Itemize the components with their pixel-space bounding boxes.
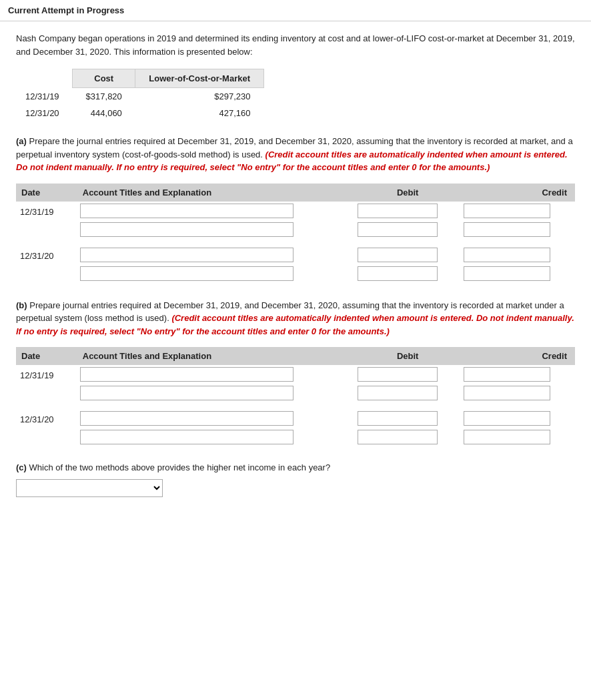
debit-cell-b2: [355, 384, 461, 402]
debit-input-a4[interactable]: [358, 266, 438, 281]
account-input-a1[interactable]: [80, 204, 293, 218]
cost-cell: 444,060: [73, 105, 135, 121]
table-row: 12/31/20 444,060 427,160: [23, 105, 264, 121]
col-header-account-a: Account Titles and Explanation: [77, 184, 355, 202]
lcm-header: Lower-of-Cost-or-Market: [135, 69, 264, 88]
date-cell-b3: 12/31/20: [16, 409, 77, 428]
debit-input-b2[interactable]: [358, 386, 438, 400]
table-row: [16, 384, 575, 402]
debit-cell-a1: [355, 202, 461, 220]
data-table: Cost Lower-of-Cost-or-Market 12/31/19 $3…: [23, 69, 264, 121]
credit-cell-b4: [461, 428, 575, 446]
date-cell-b2: [16, 384, 77, 402]
journal-table-b: Date Account Titles and Explanation Debi…: [16, 347, 575, 446]
table-row: 12/31/19: [16, 365, 575, 384]
account-cell-b1: [77, 365, 355, 384]
col-header-credit-a: Credit: [461, 184, 575, 202]
col-header-debit-b: Debit: [355, 347, 461, 365]
debit-input-a3[interactable]: [358, 248, 438, 262]
account-cell-a3: [77, 246, 355, 264]
debit-cell-b1: [355, 365, 461, 384]
debit-input-a2[interactable]: [358, 222, 438, 237]
lcm-cell: 427,160: [135, 105, 264, 121]
spacer-row: [16, 402, 575, 409]
page-header: Current Attempt in Progress: [0, 0, 591, 21]
section-c: (c) Which of the two methods above provi…: [16, 462, 575, 497]
account-input-b3[interactable]: [80, 411, 293, 426]
table-row: [16, 264, 575, 283]
credit-input-a3[interactable]: [464, 248, 550, 262]
col-header-credit-b: Credit: [461, 347, 575, 365]
section-b-desc: (b) Prepare journal entries required at …: [16, 299, 575, 338]
debit-cell-a2: [355, 220, 461, 239]
debit-cell-a3: [355, 246, 461, 264]
debit-cell-a4: [355, 264, 461, 283]
credit-cell-a1: [461, 202, 575, 220]
section-c-text: (c) Which of the two methods above provi…: [16, 462, 575, 472]
credit-cell-a4: [461, 264, 575, 283]
page-title: Current Attempt in Progress: [8, 5, 124, 15]
account-input-b4[interactable]: [80, 430, 293, 444]
col-header-account-b: Account Titles and Explanation: [77, 347, 355, 365]
cost-header: Cost: [73, 69, 135, 88]
debit-cell-b4: [355, 428, 461, 446]
credit-input-a4[interactable]: [464, 266, 550, 281]
section-c-dropdown[interactable]: Cost-of-goods-sold methodLoss method: [16, 479, 163, 497]
col-header-date-a: Date: [16, 184, 77, 202]
section-c-question: Which of the two methods above provides …: [29, 462, 331, 472]
debit-input-b3[interactable]: [358, 411, 438, 426]
section-a-label: (a): [16, 136, 29, 146]
table-row: 12/31/20: [16, 409, 575, 428]
account-input-a3[interactable]: [80, 248, 293, 262]
section-b-label: (b): [16, 300, 29, 310]
account-input-a2[interactable]: [80, 222, 293, 237]
table-row: 12/31/19 $317,820 $297,230: [23, 88, 264, 105]
credit-cell-a3: [461, 246, 575, 264]
credit-input-a1[interactable]: [464, 204, 550, 218]
credit-input-b3[interactable]: [464, 411, 550, 426]
credit-cell-b1: [461, 365, 575, 384]
credit-input-b1[interactable]: [464, 367, 550, 382]
account-cell-b3: [77, 409, 355, 428]
date-cell-a4: [16, 264, 77, 283]
account-cell-a4: [77, 264, 355, 283]
debit-cell-b3: [355, 409, 461, 428]
debit-input-a1[interactable]: [358, 204, 438, 218]
account-cell-a2: [77, 220, 355, 239]
account-input-b2[interactable]: [80, 386, 293, 400]
date-cell-b4: [16, 428, 77, 446]
account-cell-b2: [77, 384, 355, 402]
col-header-debit-a: Debit: [355, 184, 461, 202]
debit-input-b1[interactable]: [358, 367, 438, 382]
table-row: 12/31/19: [16, 202, 575, 220]
date-cell: 12/31/19: [23, 88, 73, 105]
account-cell-b4: [77, 428, 355, 446]
credit-cell-b2: [461, 384, 575, 402]
col-header-date-b: Date: [16, 347, 77, 365]
cost-cell: $317,820: [73, 88, 135, 105]
credit-input-b4[interactable]: [464, 430, 550, 444]
lcm-cell: $297,230: [135, 88, 264, 105]
journal-table-a: Date Account Titles and Explanation Debi…: [16, 184, 575, 283]
account-input-a4[interactable]: [80, 266, 293, 281]
date-cell-a3: 12/31/20: [16, 246, 77, 264]
account-input-b1[interactable]: [80, 367, 293, 382]
spacer-row: [16, 239, 575, 246]
credit-input-b2[interactable]: [464, 386, 550, 400]
table-row: [16, 428, 575, 446]
intro-text: Nash Company began operations in 2019 an…: [16, 32, 575, 58]
section-c-label: (c): [16, 462, 29, 472]
table-row: [16, 220, 575, 239]
credit-cell-b3: [461, 409, 575, 428]
date-cell: 12/31/20: [23, 105, 73, 121]
account-cell-a1: [77, 202, 355, 220]
date-cell-a1: 12/31/19: [16, 202, 77, 220]
date-cell-b1: 12/31/19: [16, 365, 77, 384]
section-a-desc: (a) Prepare the journal entries required…: [16, 135, 575, 174]
date-cell-a2: [16, 220, 77, 239]
table-row: 12/31/20: [16, 246, 575, 264]
credit-cell-a2: [461, 220, 575, 239]
credit-input-a2[interactable]: [464, 222, 550, 237]
debit-input-b4[interactable]: [358, 430, 438, 444]
